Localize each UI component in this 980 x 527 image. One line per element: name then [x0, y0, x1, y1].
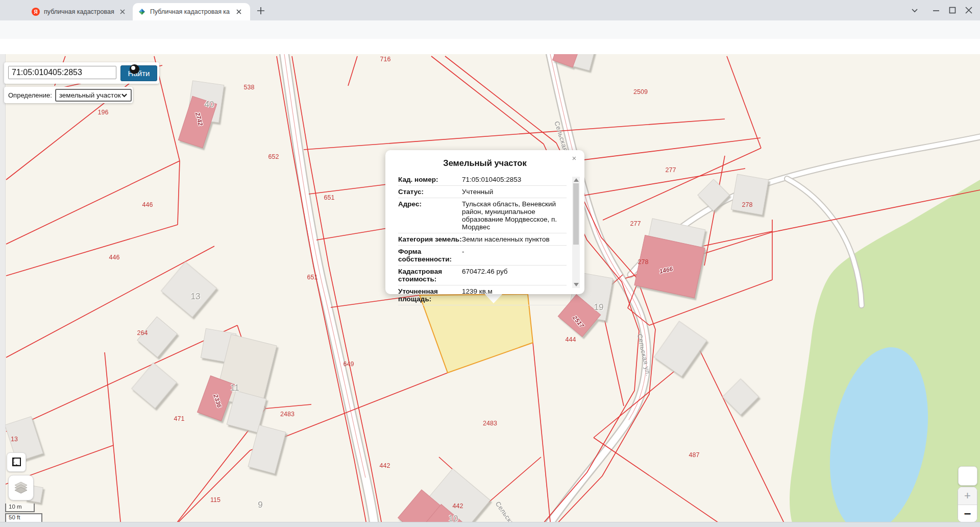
tab-yandex-map[interactable]: Я публичная кадастровая ка	[27, 3, 132, 20]
popup-row: Категория земель:Земли населенных пункто…	[398, 233, 567, 246]
yandex-icon: Я	[32, 8, 40, 16]
popup-scrollbar[interactable]	[572, 177, 580, 288]
measure-tool-button[interactable]	[7, 452, 26, 472]
selected-parcel[interactable]	[420, 294, 533, 373]
browser-toolbar: ik7map.roscadastres.com/map.html	[0, 20, 980, 39]
minimize-icon[interactable]	[931, 5, 941, 15]
popup-title: Земельный участок	[385, 158, 584, 168]
parcel-info-popup: Земельный участок × Кад. номер:71:05:010…	[385, 150, 584, 294]
scroll-down-icon[interactable]	[574, 283, 579, 286]
chevron-down-icon	[121, 92, 128, 99]
popup-row: Кад. номер:71:05:010405:2853	[398, 174, 567, 186]
popup-row: Адрес:Тульская область, Веневский район,…	[398, 198, 567, 233]
filter-label: Определение:	[8, 91, 52, 99]
layers-button[interactable]	[8, 475, 34, 500]
popup-rows: Кад. номер:71:05:010405:2853Статус:Учтен…	[398, 174, 567, 305]
horizontal-scrollbar[interactable]	[0, 522, 980, 527]
zoom-in-button[interactable]: +	[958, 487, 977, 505]
close-icon[interactable]	[235, 8, 243, 16]
filter-select[interactable]: земельный участок	[55, 89, 132, 102]
scroll-thumb[interactable]	[573, 183, 579, 245]
tab-title: Публичная кадастровая ка	[150, 8, 231, 15]
filter-selected-value: земельный участок	[59, 91, 121, 99]
new-tab-icon[interactable]	[256, 6, 265, 15]
close-window-icon[interactable]	[964, 5, 974, 15]
popup-row: Статус:Учтенный	[398, 186, 567, 198]
mouse-cursor	[130, 64, 139, 74]
bookmarks-bar: Все закладки	[0, 39, 980, 54]
layers-icon	[13, 480, 29, 495]
popup-row: Форма собственности:-	[398, 246, 567, 266]
maximize-icon[interactable]	[947, 5, 958, 15]
scroll-up-icon[interactable]	[574, 178, 579, 182]
roscadastre-icon	[138, 8, 146, 16]
chevron-down-icon[interactable]	[910, 5, 920, 15]
left-scroll-strip	[0, 54, 6, 522]
filter-panel: Определение: земельный участок	[4, 87, 133, 103]
search-input[interactable]	[8, 66, 116, 79]
tab-roscadastre-map[interactable]: Публичная кадастровая ка	[133, 3, 250, 20]
popup-row: Кадастровая стоимость:670472.46 руб	[398, 266, 567, 285]
tab-title: публичная кадастровая ка	[44, 8, 114, 15]
fullscreen-button[interactable]	[958, 466, 977, 486]
zoom-control: + −	[958, 487, 977, 522]
close-icon[interactable]: ×	[570, 154, 578, 162]
zoom-out-button[interactable]: −	[958, 505, 977, 522]
measure-icon	[11, 457, 22, 468]
tab-strip: Я публичная кадастровая ка Публичная кад…	[0, 0, 980, 20]
close-icon[interactable]	[118, 8, 127, 16]
scale-metric: 10 m	[5, 504, 35, 512]
popup-row: Уточненная площадь:1239 кв.м	[398, 285, 567, 305]
